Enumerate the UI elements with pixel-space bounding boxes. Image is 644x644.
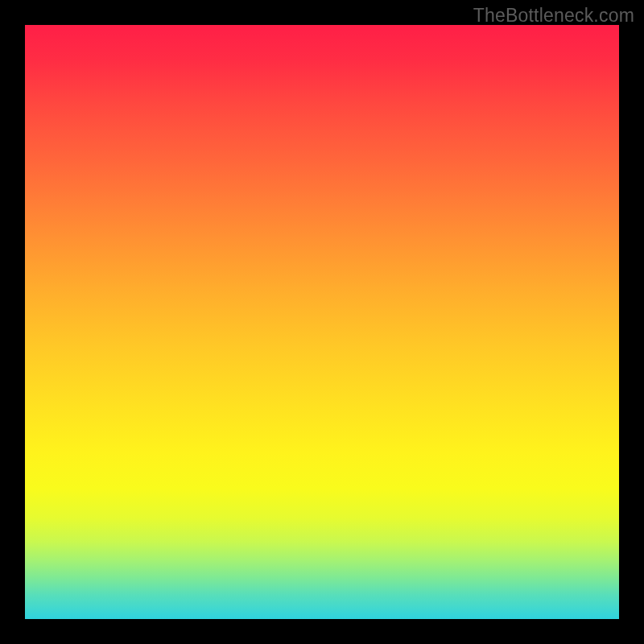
chart-frame: TheBottleneck.com bbox=[0, 0, 644, 644]
plot-area bbox=[25, 25, 619, 619]
attribution-watermark: TheBottleneck.com bbox=[473, 5, 634, 27]
heat-gradient-background bbox=[25, 25, 619, 619]
